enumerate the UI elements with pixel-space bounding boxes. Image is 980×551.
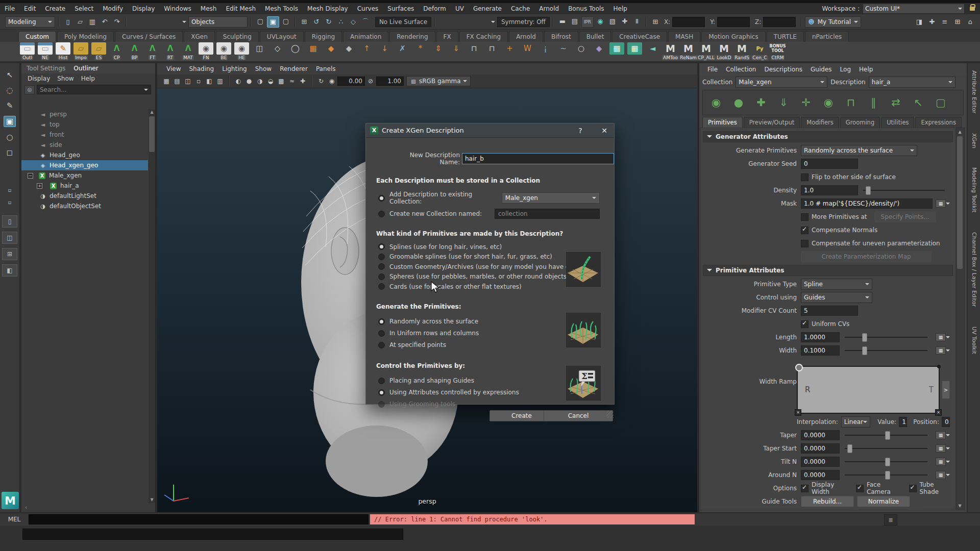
- attributes-expressions-radio[interactable]: [378, 389, 385, 396]
- sidebar-toggle-icon[interactable]: ◨: [914, 17, 925, 27]
- shelf-button[interactable]: ⇓: [447, 42, 465, 55]
- x-input[interactable]: [672, 17, 705, 27]
- menu-item[interactable]: Create: [40, 3, 70, 14]
- selection-mask-combo[interactable]: Objects: [188, 16, 248, 28]
- chevron-down-icon[interactable]: [946, 336, 950, 340]
- length-field[interactable]: 1.0000: [801, 332, 840, 342]
- new-collection-input[interactable]: collection: [495, 209, 600, 219]
- tool-extra-icon[interactable]: ▫: [4, 197, 15, 207]
- resize-grip[interactable]: [606, 411, 614, 418]
- shelf-button[interactable]: M CP_ALL: [697, 42, 715, 60]
- viewport-menu-item[interactable]: Renderer: [276, 65, 312, 72]
- tool-extra-icon[interactable]: ▫: [4, 185, 15, 195]
- menu-item[interactable]: Cache: [506, 3, 534, 14]
- shelf-tab[interactable]: Curves / Surfaces: [115, 31, 183, 42]
- around-slider[interactable]: [845, 471, 927, 479]
- grid-coords-icon[interactable]: ⊞: [650, 17, 661, 27]
- shelf-button[interactable]: ↓: [376, 42, 394, 55]
- width-ramp-editor[interactable]: R T ✕ ✕ >: [797, 366, 950, 414]
- chevron-down-icon[interactable]: [946, 474, 950, 478]
- viewport-display-icon[interactable]: ▦: [161, 76, 172, 86]
- render-icon[interactable]: IPR: [581, 16, 594, 28]
- viewport-shading-icon[interactable]: ◐: [233, 76, 243, 86]
- shelf-button[interactable]: ◫: [251, 42, 268, 55]
- specified-points-radio[interactable]: [378, 342, 385, 348]
- length-slider[interactable]: [845, 333, 927, 341]
- outliner-item[interactable]: ◑ defaultObjectSet: [21, 201, 148, 211]
- panel-tab[interactable]: Tool Settings: [27, 65, 65, 72]
- outliner-item[interactable]: ◄ top: [21, 119, 148, 130]
- side-panel-tab[interactable]: Modeling Toolkit: [971, 167, 977, 213]
- ramp-key-handle[interactable]: [795, 364, 803, 371]
- ramp-key-dot[interactable]: [937, 365, 941, 368]
- groomable-splines-radio[interactable]: [378, 254, 385, 260]
- xgen-tool-icon[interactable]: ↖: [908, 92, 928, 113]
- lock-icon[interactable]: [970, 7, 975, 11]
- around-field[interactable]: 0.0000: [801, 470, 840, 480]
- chevron-down-icon[interactable]: [946, 203, 950, 207]
- menu-item[interactable]: Edit: [19, 3, 40, 14]
- shelf-tab[interactable]: Bifrost: [544, 31, 578, 42]
- texture-map-icon[interactable]: ▦: [936, 346, 946, 355]
- viewport-menu-item[interactable]: Shading: [185, 65, 218, 72]
- mask-expression-field[interactable]: 1.0 # map('${DESC}/density/'): [801, 198, 933, 209]
- shelf-button[interactable]: Λ RT: [161, 42, 179, 60]
- snap-icon[interactable]: ↻: [323, 17, 334, 27]
- taper-start-slider[interactable]: [845, 444, 927, 453]
- flip-checkbox[interactable]: [801, 173, 808, 181]
- ramp-expand-button[interactable]: >: [942, 381, 950, 399]
- display-width-checkbox[interactable]: [801, 485, 808, 492]
- xgen-menu-item[interactable]: File: [703, 66, 722, 73]
- taper-start-field[interactable]: 0.0000: [801, 443, 840, 454]
- ramp-canvas[interactable]: R T ✕ ✕: [797, 366, 940, 414]
- command-language-switch[interactable]: MEL: [2, 514, 27, 524]
- outliner-item[interactable]: ◑ defaultLightSet: [21, 191, 148, 201]
- shelf-button[interactable]: Λ BP: [126, 42, 143, 60]
- texture-map-icon[interactable]: ▦: [936, 444, 946, 453]
- collection-combo[interactable]: Male_xgen: [502, 192, 600, 204]
- shelf-tab[interactable]: XGen: [184, 31, 215, 42]
- outliner-menu-item[interactable]: Help: [81, 75, 95, 82]
- render-icon[interactable]: ▤: [569, 16, 580, 27]
- shelf-button[interactable]: ◉ FN: [197, 42, 215, 60]
- chevron-down-icon[interactable]: [946, 434, 950, 438]
- file-tool-icon[interactable]: ↶: [99, 17, 110, 27]
- menu-item[interactable]: Select: [70, 3, 98, 14]
- create-parameterization-map-button[interactable]: Create Parameterization Map: [801, 251, 932, 262]
- tool-icon[interactable]: ↖: [4, 70, 15, 80]
- snap-icon[interactable]: ⊞: [299, 17, 310, 27]
- generate-primitives-combo[interactable]: Randomly across the surface: [801, 145, 917, 156]
- cv-count-field[interactable]: 5: [801, 306, 858, 316]
- outliner-item[interactable]: ◈ Head_xgen_geo: [21, 160, 148, 170]
- shelf-tab[interactable]: FX: [436, 31, 458, 42]
- menu-item[interactable]: Surfaces: [383, 3, 419, 14]
- shelf-tab[interactable]: TURTLE: [767, 31, 804, 42]
- control-using-combo[interactable]: Guides: [801, 292, 872, 303]
- grooming-tools-radio[interactable]: [378, 401, 385, 408]
- menu-item[interactable]: Modify: [98, 3, 128, 14]
- shelf-tab[interactable]: Sculpting: [216, 31, 259, 42]
- description-combo[interactable]: hair_a: [869, 77, 955, 88]
- collection-combo[interactable]: Male_xgen: [736, 77, 827, 88]
- colorspace-combo[interactable]: ▧ sRGB gamma: [406, 76, 471, 86]
- xgen-tool-icon[interactable]: ∥: [863, 92, 884, 113]
- shelf-tab[interactable]: Arnold: [509, 31, 543, 42]
- sidebar-toggle-icon[interactable]: ⊞: [952, 17, 963, 27]
- viewport-display-icon[interactable]: ▥: [215, 76, 225, 86]
- render-icon[interactable]: ✚: [619, 16, 630, 27]
- tool-icon[interactable]: ✎: [4, 101, 15, 111]
- ramp-position-field[interactable]: 0.000: [942, 417, 950, 427]
- viewport-shading-icon[interactable]: ◒: [265, 76, 276, 86]
- shelf-button[interactable]: ◯: [286, 42, 304, 55]
- xgen-tab[interactable]: Primitives: [702, 117, 743, 128]
- more-primitives-checkbox[interactable]: [801, 213, 808, 221]
- y-input[interactable]: [717, 17, 750, 27]
- uniform-rows-radio[interactable]: [378, 330, 385, 337]
- select-mode-icon[interactable]: ▢: [280, 16, 291, 27]
- generator-seed-field[interactable]: 0: [801, 159, 858, 169]
- randomly-radio[interactable]: [378, 318, 385, 325]
- viewport-shading-icon[interactable]: ●: [244, 76, 254, 86]
- compensate-normals-checkbox[interactable]: [801, 227, 808, 234]
- shelf-tab[interactable]: Bullet: [579, 31, 611, 42]
- outliner-hscroll-icon[interactable]: ‹: [22, 504, 30, 511]
